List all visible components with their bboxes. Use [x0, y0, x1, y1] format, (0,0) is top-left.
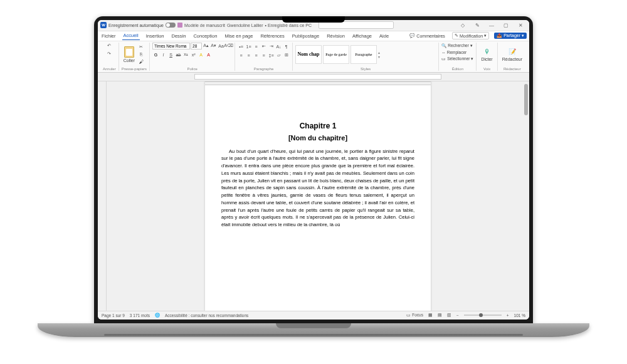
document-title: Modèle de manuscrit — [184, 23, 225, 28]
style-card-1[interactable]: Nom chap — [295, 45, 322, 64]
menu-miseenpage[interactable]: Mise en page — [223, 32, 254, 40]
document-area[interactable]: Chapitre 1 [Nom du chapitre] Au bout d'u… — [107, 81, 529, 311]
share-button[interactable]: 📤 Partager ▾ — [494, 33, 527, 39]
paste-button[interactable]: Coller — [122, 45, 137, 64]
ribbon-editor-group: 📝Rédacteur Rédacteur — [498, 43, 527, 71]
style-card-3[interactable]: Paragraphe — [350, 45, 377, 64]
font-color-button[interactable]: A — [205, 51, 212, 58]
font-group-label: Police — [152, 66, 232, 71]
ribbon: ↶ ↷ Annuler Coller ✂ ⎘ 🖌 — [98, 41, 529, 73]
autosave-toggle[interactable] — [166, 23, 176, 28]
page-count[interactable]: Page 1 sur 9 — [102, 313, 125, 318]
clear-format-button[interactable]: A⌫ — [225, 43, 232, 49]
menu-references[interactable]: Références — [259, 32, 285, 40]
redo-button[interactable]: ↷ — [106, 51, 113, 58]
shrink-font-button[interactable]: A▾ — [210, 43, 217, 49]
line-spacing-button[interactable]: ‡≡ — [268, 52, 275, 59]
view-print[interactable]: ▦ — [428, 313, 433, 318]
language-indicator[interactable]: 🌐 — [155, 313, 160, 318]
undo-button[interactable]: ↶ — [106, 43, 113, 49]
subscript-button[interactable]: x₂ — [182, 51, 189, 58]
select-label: Sélectionner — [447, 56, 470, 61]
find-button[interactable]: 🔍 Rechercher ▾ — [441, 43, 473, 49]
borders-button[interactable]: ⊞ — [283, 52, 290, 59]
menu-affichage[interactable]: Affichage — [351, 32, 373, 40]
zoom-slider[interactable] — [464, 315, 502, 316]
sort-button[interactable]: A↓ — [275, 43, 282, 50]
multilevel-button[interactable]: ≡ — [253, 43, 260, 50]
accessibility-status[interactable]: Accessibilité : consulter nos recommanda… — [165, 313, 248, 318]
font-size-select[interactable]: 28 — [191, 43, 202, 49]
search-input[interactable] — [319, 21, 394, 29]
horizontal-ruler[interactable] — [194, 74, 441, 80]
ribbon-font-group: Times New Roma 28 A▴ A▾ Aa A⌫ G I S ab — [150, 43, 235, 71]
word-count[interactable]: 3 171 mots — [130, 313, 150, 318]
grow-font-button[interactable]: A▴ — [203, 43, 209, 49]
strike-button[interactable]: ab — [175, 51, 182, 58]
user-name: Gwendoline Lallier — [227, 23, 263, 28]
modification-button[interactable]: ✎ Modification ▾ — [452, 32, 489, 39]
mic-icon: 🎙 — [483, 48, 492, 56]
indent-button[interactable]: ⇥ — [268, 43, 275, 50]
laptop-base — [38, 323, 589, 337]
chapter-subtitle: [Nom du chapitre] — [221, 134, 414, 142]
menu-conception[interactable]: Conception — [192, 32, 218, 40]
superscript-button[interactable]: x² — [190, 51, 197, 58]
camera-notch — [282, 16, 345, 23]
minimize-button[interactable]: — — [485, 20, 498, 31]
align-left-button[interactable]: ≡ — [238, 52, 245, 59]
highlight-button[interactable]: A — [198, 51, 204, 58]
style-card-2[interactable]: Page de garde — [323, 45, 349, 64]
zoom-out[interactable]: − — [456, 313, 459, 318]
bullets-button[interactable]: •≡ — [238, 43, 245, 50]
format-painter-button[interactable]: 🖌 — [138, 58, 145, 65]
focus-mode[interactable]: ▭ Focus — [406, 313, 423, 318]
zoom-level[interactable]: 101 % — [514, 313, 525, 318]
menu-dessin[interactable]: Dessin — [170, 32, 187, 40]
body-paragraph: Au bout d'un quart d'heure, qui lui paru… — [221, 148, 414, 229]
numbering-button[interactable]: 1≡ — [245, 43, 252, 50]
justify-button[interactable]: ≡ — [260, 52, 267, 59]
vertical-scrollbar[interactable] — [524, 84, 528, 115]
dictate-button[interactable]: 🎙Dicter — [479, 46, 494, 63]
voice-group-label: Voix — [479, 66, 494, 71]
align-right-button[interactable]: ≡ — [253, 52, 260, 59]
menu-accueil[interactable]: Accueil — [122, 31, 140, 40]
ribbon-undo-group: ↶ ↷ Annuler — [100, 43, 119, 71]
close-button[interactable]: ✕ — [514, 20, 527, 31]
page-content[interactable]: Chapitre 1 [Nom du chapitre] Au bout d'u… — [221, 89, 414, 229]
select-button[interactable]: ▭ Sélectionner ▾ — [441, 56, 473, 62]
menu-insertion[interactable]: Insertion — [145, 32, 166, 40]
editor-label: Rédacteur — [502, 57, 522, 61]
bold-button[interactable]: G — [152, 51, 159, 58]
view-read[interactable]: ▤ — [438, 313, 442, 318]
replace-button[interactable]: ↔ Remplacer — [441, 49, 466, 55]
comments-button[interactable]: 💬 Commentaires — [408, 33, 447, 39]
font-name-select[interactable]: Times New Roma — [152, 43, 190, 49]
zoom-in[interactable]: + — [507, 313, 509, 318]
cut-button[interactable]: ✂ — [138, 43, 145, 50]
align-center-button[interactable]: ≡ — [245, 52, 252, 59]
statusbar: Page 1 sur 9 3 171 mots 🌐 Accessibilité … — [98, 311, 529, 320]
styles-down-button[interactable]: ▾ — [378, 55, 380, 59]
italic-button[interactable]: I — [160, 51, 167, 58]
vertical-ruler[interactable] — [98, 81, 107, 311]
pen-icon[interactable]: ✎ — [471, 20, 483, 31]
menu-fichier[interactable]: Fichier — [100, 32, 117, 40]
menu-revision[interactable]: Révision — [325, 32, 346, 40]
view-web[interactable]: ▥ — [447, 313, 451, 318]
ribbon-styles-group: Nom chap Page de garde Paragraphe ▴ ▾ St… — [293, 43, 439, 71]
styles-up-button[interactable]: ▴ — [378, 50, 380, 55]
editor-button[interactable]: 📝Rédacteur — [500, 46, 524, 63]
shading-button[interactable]: ▱ — [275, 52, 282, 59]
ribbon-clipboard-group: Coller ✂ ⎘ 🖌 Presse-papiers — [119, 43, 150, 71]
diamond-icon[interactable]: ◇ — [456, 20, 469, 31]
underline-button[interactable]: S — [167, 51, 174, 58]
maximize-button[interactable]: ▢ — [500, 20, 512, 31]
word-icon: W — [100, 22, 107, 28]
outdent-button[interactable]: ⇤ — [260, 43, 267, 50]
menu-publipostage[interactable]: Publipostage — [291, 32, 320, 40]
copy-button[interactable]: ⎘ — [138, 51, 145, 58]
menu-aide[interactable]: Aide — [378, 32, 390, 40]
show-marks-button[interactable]: ¶ — [283, 43, 290, 50]
